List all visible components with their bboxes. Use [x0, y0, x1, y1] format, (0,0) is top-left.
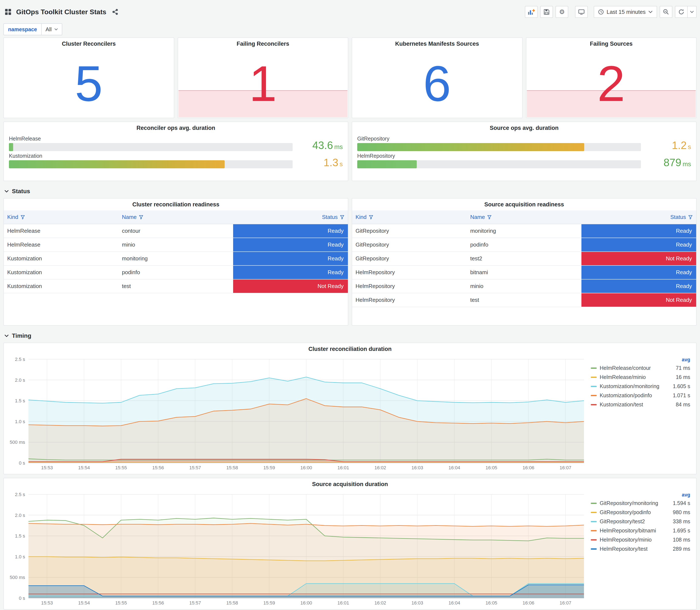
stat-value: 2 — [597, 59, 625, 109]
gauge-fill — [357, 143, 584, 151]
status-badge: Ready — [582, 224, 696, 238]
cell-status: Ready — [233, 252, 348, 266]
column-header-name[interactable]: Name — [118, 210, 233, 224]
table-row: HelmReleaseminioReady — [4, 238, 348, 252]
panel-title[interactable]: Kubernetes Manifests Sources — [352, 38, 522, 50]
plot-area[interactable]: 15:5315:5415:5515:5615:5715:5815:5916:00… — [6, 355, 587, 471]
share-icon[interactable] — [111, 7, 120, 17]
svg-text:15:59: 15:59 — [263, 465, 275, 470]
panel-title[interactable]: Cluster reconciliation readiness — [4, 198, 348, 210]
plot-area[interactable]: 15:5315:5415:5515:5615:5715:5815:5916:00… — [6, 490, 587, 607]
filter-icon[interactable] — [139, 215, 144, 220]
panel-title[interactable]: Source ops avg. duration — [352, 122, 696, 134]
variable-value-dropdown[interactable]: All — [42, 23, 62, 35]
cell-status: Ready — [582, 279, 696, 293]
refresh-button[interactable] — [675, 6, 688, 18]
filter-icon[interactable] — [688, 215, 693, 220]
zoom-out-button[interactable] — [660, 6, 672, 18]
series-avg-value: 289 ms — [666, 546, 690, 552]
add-panel-button[interactable] — [525, 6, 538, 18]
cell-status: Ready — [582, 238, 696, 252]
gauge-label: Kustomization — [9, 153, 293, 159]
cell-kind: GitRepository — [352, 252, 467, 266]
legend-item[interactable]: GitRepository/monitoring1.594 s — [591, 499, 690, 508]
legend-avg-header[interactable]: avg — [591, 491, 690, 499]
section-timing-label: Timing — [12, 333, 31, 339]
svg-text:16:07: 16:07 — [559, 465, 571, 470]
dashboard-settings-button[interactable]: ⚙ — [555, 6, 568, 18]
panel-title[interactable]: Failing Sources — [526, 38, 696, 50]
svg-text:1.5 s: 1.5 s — [15, 533, 25, 539]
svg-text:15:57: 15:57 — [189, 465, 201, 470]
cell-name: monitoring — [118, 252, 233, 266]
chart-legend: avgGitRepository/monitoring1.594 sGitRep… — [587, 490, 695, 607]
cell-status: Ready — [233, 266, 348, 279]
filter-icon[interactable] — [340, 215, 344, 220]
readiness-table: KindNameStatusHelmReleasecontourReadyHel… — [4, 210, 348, 293]
time-range-picker[interactable]: Last 15 minutes — [594, 6, 657, 18]
column-header-name[interactable]: Name — [467, 210, 582, 224]
section-timing[interactable]: Timing — [3, 329, 697, 343]
status-badge: Ready — [233, 266, 348, 279]
svg-text:16:03: 16:03 — [411, 465, 423, 470]
section-status[interactable]: Status — [3, 184, 697, 198]
column-header-status[interactable]: Status — [233, 210, 348, 224]
status-badge: Not Ready — [233, 279, 348, 293]
table-header-row: KindNameStatus — [4, 210, 348, 224]
filter-icon[interactable] — [369, 215, 373, 220]
series-avg-value: 108 ms — [666, 537, 690, 543]
filter-icon[interactable] — [487, 215, 492, 220]
chart-legend: avgHelmRelease/contour71 msHelmRelease/m… — [587, 355, 695, 471]
status-badge: Not Ready — [582, 252, 696, 265]
filter-icon[interactable] — [20, 215, 25, 220]
dashboard-title: GitOps Toolkit Cluster Stats — [16, 8, 106, 16]
svg-text:15:57: 15:57 — [189, 600, 201, 606]
svg-text:16:01: 16:01 — [338, 600, 349, 606]
cell-name: podinfo — [118, 266, 233, 279]
column-header-status[interactable]: Status — [582, 210, 696, 224]
panel-title[interactable]: Cluster Reconcilers — [4, 38, 174, 50]
series-color-swatch — [591, 539, 597, 541]
column-header-kind[interactable]: Kind — [352, 210, 467, 224]
svg-text:15:54: 15:54 — [78, 465, 90, 470]
legend-item[interactable]: HelmRepository/test289 ms — [591, 544, 690, 553]
svg-text:15:53: 15:53 — [41, 465, 53, 470]
apps-grid-icon[interactable] — [3, 7, 13, 17]
svg-text:16:05: 16:05 — [486, 465, 497, 470]
panel-title[interactable]: Source acquisition duration — [4, 478, 696, 490]
legend-item[interactable]: Kustomization/podinfo1.071 s — [591, 391, 690, 400]
svg-text:16:04: 16:04 — [449, 465, 460, 470]
series-avg-value: 71 ms — [666, 365, 690, 371]
legend-avg-header[interactable]: avg — [591, 356, 690, 364]
gauge-label: GitRepository — [357, 135, 641, 142]
timeseries-plot[interactable]: 15:5315:5415:5515:5615:5715:5815:5916:00… — [6, 490, 587, 607]
legend-item[interactable]: Kustomization/monitoring1.605 s — [591, 382, 690, 391]
svg-text:2.0 s: 2.0 s — [15, 513, 25, 518]
tables-row: Cluster reconciliation readinessKindName… — [3, 198, 697, 326]
legend-item[interactable]: GitRepository/podinfo980 ms — [591, 508, 690, 517]
panel-title[interactable]: Cluster reconciliation duration — [4, 343, 696, 355]
table-row: GitRepositorypodinfoReady — [352, 238, 696, 252]
column-header-kind[interactable]: Kind — [4, 210, 118, 224]
series-color-swatch — [591, 376, 597, 378]
legend-item[interactable]: HelmRepository/minio108 ms — [591, 535, 690, 544]
legend-item[interactable]: HelmRelease/contour71 ms — [591, 364, 690, 373]
cycle-view-button[interactable] — [575, 6, 588, 18]
series-name: HelmRelease/contour — [600, 365, 666, 371]
panel-title[interactable]: Source acquisition readiness — [352, 198, 696, 210]
legend-item[interactable]: Kustomization/test84 ms — [591, 400, 690, 409]
cell-kind: HelmRelease — [4, 238, 118, 252]
legend-item[interactable]: HelmRepository/bitnami1.695 s — [591, 526, 690, 535]
series-color-swatch — [591, 386, 597, 387]
series-color-swatch — [591, 521, 597, 522]
panel-title[interactable]: Reconciler ops avg. duration — [4, 122, 348, 134]
refresh-interval-dropdown[interactable] — [687, 6, 697, 18]
timeseries-plot[interactable]: 15:5315:5415:5515:5615:5715:5815:5916:00… — [6, 355, 587, 471]
save-dashboard-button[interactable] — [540, 6, 553, 18]
panel-title[interactable]: Failing Reconcilers — [178, 38, 348, 50]
legend-item[interactable]: GitRepository/test2338 ms — [591, 517, 690, 526]
legend-item[interactable]: HelmRelease/minio16 ms — [591, 373, 690, 382]
status-badge: Ready — [582, 266, 696, 279]
chevron-down-icon — [4, 334, 9, 338]
stat-panel: Cluster Reconcilers5 — [3, 37, 174, 118]
